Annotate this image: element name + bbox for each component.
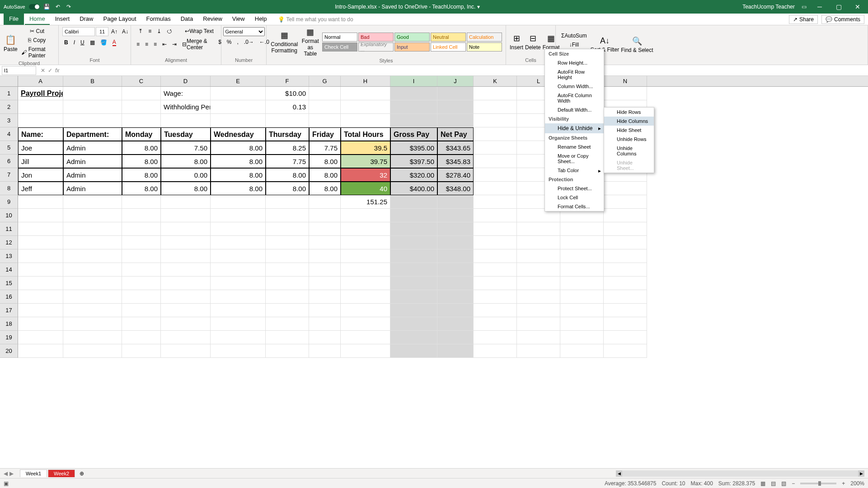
row-header-20[interactable]: 20 [0,344,18,358]
cut-button[interactable]: ✂ Cut [19,27,55,35]
cell-G11[interactable] [309,222,341,236]
cell-L19[interactable] [517,331,560,344]
tab-data[interactable]: Data [176,14,197,25]
cell-G2[interactable] [309,100,341,114]
cell-I20[interactable] [390,344,437,358]
cell-A10[interactable] [18,209,63,222]
style-good[interactable]: Good [394,33,430,42]
cell-F1[interactable]: $10.00 [266,87,309,100]
align-right-icon[interactable]: ≡ [152,37,159,52]
percent-icon[interactable]: % [225,38,234,46]
menu-default-width---[interactable]: Default Width... [545,105,604,114]
currency-icon[interactable]: $ [216,38,223,46]
number-format-select[interactable]: General [223,27,265,36]
minimize-button[interactable]: ─ [813,3,826,10]
conditional-formatting-button[interactable]: ▦Conditional Formatting [270,30,299,54]
cell-A7[interactable]: Jon [18,168,63,182]
font-color-button[interactable]: A [111,38,118,47]
copy-button[interactable]: ⎘ Copy [19,36,55,44]
cell-N1[interactable] [604,87,647,100]
cell-I7[interactable]: $320.00 [390,168,437,182]
cell-F8[interactable]: 8.00 [266,182,309,195]
cell-B3[interactable] [63,114,122,127]
cell-G5[interactable]: 7.75 [309,141,341,155]
cell-E3[interactable] [211,114,266,127]
cell-E4[interactable]: Wednesday [211,127,266,141]
cell-H15[interactable] [341,277,390,290]
cell-I19[interactable] [390,331,437,344]
cell-A2[interactable] [18,100,63,114]
cell-J20[interactable] [437,344,474,358]
cell-L13[interactable] [517,249,560,263]
cell-H4[interactable]: Total Hours [341,127,390,141]
row-header-16[interactable]: 16 [0,290,18,304]
cell-I3[interactable] [390,114,437,127]
fx-icon[interactable]: fx [55,67,59,74]
cell-N9[interactable] [604,195,647,209]
cell-J8[interactable]: $348.00 [437,182,474,195]
cell-J2[interactable] [437,100,474,114]
cell-J16[interactable] [437,290,474,304]
col-header-E[interactable]: E [211,76,266,86]
tab-help[interactable]: Help [250,14,272,25]
cell-M14[interactable] [560,263,604,277]
cell-C7[interactable]: 8.00 [122,168,161,182]
cell-I8[interactable]: $400.00 [390,182,437,195]
cell-B6[interactable]: Admin [63,155,122,168]
cell-C19[interactable] [122,331,161,344]
cell-I10[interactable] [390,209,437,222]
cell-E6[interactable]: 8.00 [211,155,266,168]
record-macro-icon[interactable]: ▣ [4,480,9,487]
menu-rename-sheet[interactable]: Rename Sheet [545,142,604,151]
cell-A12[interactable] [18,236,63,249]
cell-D17[interactable] [161,304,211,317]
cell-I4[interactable]: Gross Pay [390,127,437,141]
cell-D1[interactable]: Wage: [161,87,211,100]
cell-J19[interactable] [437,331,474,344]
cell-F7[interactable]: 8.00 [266,168,309,182]
row-header-11[interactable]: 11 [0,222,18,236]
cell-M17[interactable] [560,304,604,317]
style-note[interactable]: Note [467,42,502,52]
autosum-button[interactable]: Σ AutoSum [559,32,589,40]
increase-font-icon[interactable]: A↑ [109,28,119,36]
col-header-F[interactable]: F [266,76,309,86]
cell-H10[interactable] [341,209,390,222]
style-explanatory[interactable]: Explanatory ... [358,42,394,52]
cell-A13[interactable] [18,249,63,263]
cell-K6[interactable] [474,155,517,168]
cell-C20[interactable] [122,344,161,358]
cell-K16[interactable] [474,290,517,304]
cell-F4[interactable]: Thursday [266,127,309,141]
cell-I1[interactable] [390,87,437,100]
style-input[interactable]: Input [394,42,430,52]
cell-J11[interactable] [437,222,474,236]
add-sheet-button[interactable]: ⊕ [80,470,84,477]
submenu-unhide-columns[interactable]: Unhide Columns [604,144,654,158]
cell-D2[interactable]: Withholding Percentage: [161,100,211,114]
cell-I11[interactable] [390,222,437,236]
cell-G16[interactable] [309,290,341,304]
view-pagebreak-icon[interactable]: ▧ [781,480,786,487]
cell-N17[interactable] [604,304,647,317]
cell-N10[interactable] [604,209,647,222]
cell-B13[interactable] [63,249,122,263]
style-neutral[interactable]: Neutral [431,33,466,42]
cell-G9[interactable] [309,195,341,209]
cell-B2[interactable] [63,100,122,114]
cell-F15[interactable] [266,277,309,290]
cell-F2[interactable]: 0.13 [266,100,309,114]
style-normal[interactable]: Normal [322,33,357,42]
align-left-icon[interactable]: ≡ [135,37,141,52]
cell-A11[interactable] [18,222,63,236]
zoom-level[interactable]: 200% [850,480,864,487]
cell-G4[interactable]: Friday [309,127,341,141]
cell-A6[interactable]: Jill [18,155,63,168]
cell-F5[interactable]: 8.25 [266,141,309,155]
save-icon[interactable]: 💾 [43,3,51,10]
cell-F3[interactable] [266,114,309,127]
increase-decimal-icon[interactable]: .0→ [242,38,256,46]
tab-page-layout[interactable]: Page Layout [99,14,141,25]
insert-cells-button[interactable]: ⊞Insert [510,33,523,51]
menu-hide-unhide[interactable]: Hide & Unhide▸ [545,123,604,133]
